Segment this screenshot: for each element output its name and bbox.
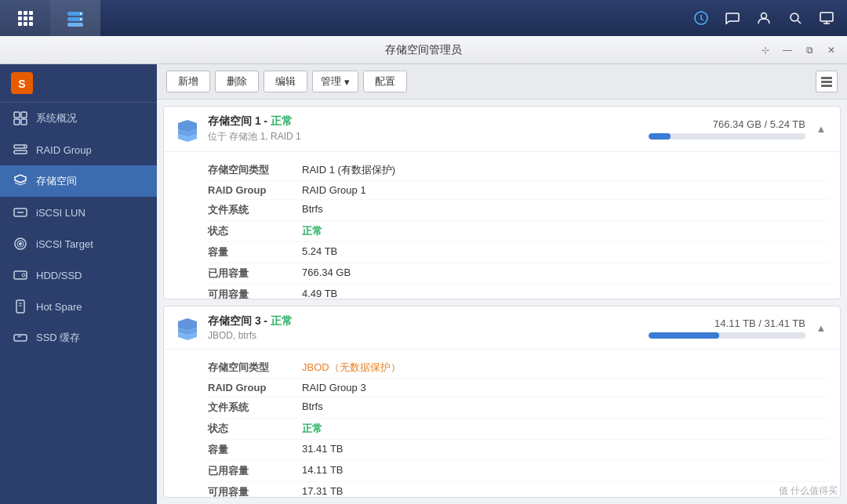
taskbar-app-storage[interactable] bbox=[50, 0, 100, 36]
volume-list: 存储空间 1 - 正常 位于 存储池 1, RAID 1 766.34 GB /… bbox=[157, 100, 847, 504]
detail-label-fs-3: 文件系统 bbox=[208, 401, 302, 415]
svg-rect-34 bbox=[821, 85, 832, 87]
display-icon-btn[interactable] bbox=[812, 4, 841, 32]
sidebar-item-hdd-ssd-label: HDD/SSD bbox=[36, 270, 82, 281]
detail-value-fs-3: Btrfs bbox=[302, 401, 323, 415]
sidebar-item-iscsi-lun[interactable]: iSCSI LUN bbox=[0, 197, 157, 228]
svg-rect-31 bbox=[14, 335, 27, 341]
svg-rect-19 bbox=[14, 150, 27, 154]
sidebar-item-ssd-cache[interactable]: SSD 缓存 bbox=[0, 322, 157, 354]
manage-dropdown[interactable]: 管理 ▾ bbox=[312, 71, 358, 92]
detail-label-avail-1: 可用容量 bbox=[208, 288, 302, 299]
user-icon-btn[interactable] bbox=[750, 4, 778, 32]
volume-1-usage-fill bbox=[649, 133, 671, 140]
svg-point-20 bbox=[24, 146, 25, 147]
volume-3-usage-fill bbox=[649, 332, 719, 339]
detail-value-fs-1: Btrfs bbox=[302, 203, 323, 217]
detail-row-status-3: 状态 正常 bbox=[208, 419, 829, 440]
watermark: 值 什么值得买 bbox=[779, 484, 838, 498]
window-pin[interactable]: ⊹ bbox=[756, 41, 775, 60]
sidebar-item-raid-group[interactable]: RAID Group bbox=[0, 134, 157, 165]
svg-point-7 bbox=[791, 13, 798, 21]
svg-point-3 bbox=[80, 13, 82, 14]
sidebar: S 系统概况 RAID Group bbox=[0, 64, 157, 504]
svg-rect-32 bbox=[821, 77, 832, 79]
detail-row-type-1: 存储空间类型 RAID 1 (有数据保护) bbox=[208, 160, 829, 181]
volume-3-collapse-btn[interactable]: ▲ bbox=[813, 320, 829, 335]
detail-label-used-1: 已用容量 bbox=[208, 267, 302, 281]
detail-row-raid-1: RAID Group RAID Group 1 bbox=[208, 181, 829, 200]
svg-point-6 bbox=[762, 13, 767, 19]
sidebar-item-storage-label: 存储空间 bbox=[36, 174, 77, 188]
detail-row-capacity-3: 容量 31.41 TB bbox=[208, 440, 829, 461]
detail-value-capacity-3: 31.41 TB bbox=[302, 443, 344, 457]
detail-row-raid-3: RAID Group RAID Group 3 bbox=[208, 379, 829, 397]
window-restore[interactable]: ⧉ bbox=[800, 41, 819, 60]
volume-3-title-area: 存储空间 3 - 正常 JBOD, btrfs bbox=[208, 314, 649, 341]
svg-rect-33 bbox=[821, 81, 832, 83]
sidebar-item-overview[interactable]: 系统概况 bbox=[0, 103, 157, 134]
volume-3-usage-bar bbox=[649, 332, 805, 339]
svg-rect-15 bbox=[21, 112, 27, 118]
svg-rect-28 bbox=[16, 300, 24, 313]
svg-rect-9 bbox=[820, 13, 833, 21]
detail-row-fs-3: 文件系统 Btrfs bbox=[208, 397, 829, 419]
detail-value-status-1: 正常 bbox=[302, 224, 322, 238]
detail-label-status-3: 状态 bbox=[208, 422, 302, 436]
detail-label-type-1: 存储空间类型 bbox=[208, 163, 302, 177]
svg-text:S: S bbox=[18, 78, 25, 90]
sidebar-item-hot-spare[interactable]: Hot Spare bbox=[0, 291, 157, 322]
view-toggle-button[interactable] bbox=[816, 71, 838, 92]
detail-value-status-3: 正常 bbox=[302, 422, 322, 436]
detail-row-used-3: 已用容量 14.11 TB bbox=[208, 461, 829, 482]
sidebar-item-iscsi-target[interactable]: iSCSI Target bbox=[0, 228, 157, 259]
new-button[interactable]: 新增 bbox=[166, 71, 210, 92]
manage-label: 管理 bbox=[321, 74, 341, 89]
window-title: 存储空间管理员 bbox=[385, 43, 462, 57]
sidebar-item-hdd-ssd[interactable]: HDD/SSD bbox=[0, 259, 157, 291]
volume-3-usage-text: 14.11 TB / 31.41 TB bbox=[649, 317, 805, 329]
volume-1-collapse-btn[interactable]: ▲ bbox=[813, 121, 829, 137]
window-minimize[interactable]: — bbox=[778, 41, 797, 60]
content-area: 新增 删除 编辑 管理 ▾ 配置 bbox=[157, 64, 847, 504]
volume-3-name: 存储空间 3 - 正常 bbox=[208, 314, 649, 328]
svg-rect-2 bbox=[67, 23, 83, 27]
volume-card-1: 存储空间 1 - 正常 位于 存储池 1, RAID 1 766.34 GB /… bbox=[163, 106, 841, 299]
overview-icon bbox=[13, 111, 28, 126]
svg-rect-14 bbox=[14, 112, 20, 118]
volume-1-subtitle: 位于 存储池 1, RAID 1 bbox=[208, 130, 649, 143]
detail-value-used-1: 766.34 GB bbox=[302, 267, 351, 281]
delete-button[interactable]: 删除 bbox=[215, 71, 259, 92]
detail-label-raid-3: RAID Group bbox=[208, 382, 302, 393]
ssd-cache-icon bbox=[13, 330, 28, 346]
chat-icon-btn[interactable] bbox=[718, 4, 747, 32]
notification-icon-btn[interactable] bbox=[687, 4, 715, 32]
detail-row-used-1: 已用容量 766.34 GB bbox=[208, 263, 829, 285]
storage-icon bbox=[13, 173, 28, 189]
detail-value-raid-1: RAID Group 1 bbox=[302, 184, 366, 196]
sidebar-item-iscsi-lun-label: iSCSI LUN bbox=[36, 207, 85, 219]
taskbar-app-grid[interactable] bbox=[0, 0, 50, 36]
volume-1-title-area: 存储空间 1 - 正常 位于 存储池 1, RAID 1 bbox=[208, 114, 649, 143]
sidebar-item-hot-spare-label: Hot Spare bbox=[36, 301, 82, 313]
detail-value-avail-1: 4.49 TB bbox=[302, 288, 337, 299]
volume-1-details: 存储空间类型 RAID 1 (有数据保护) RAID Group RAID Gr… bbox=[164, 152, 840, 299]
search-icon-btn[interactable] bbox=[781, 4, 809, 32]
volume-card-3: 存储空间 3 - 正常 JBOD, btrfs 14.11 TB / 31.41… bbox=[163, 306, 841, 498]
volume-1-name-text: 存储空间 1 bbox=[208, 114, 261, 127]
sidebar-item-storage[interactable]: 存储空间 bbox=[0, 165, 157, 197]
detail-value-type-3: JBOD（无数据保护） bbox=[302, 361, 401, 375]
detail-row-fs-1: 文件系统 Btrfs bbox=[208, 200, 829, 221]
svg-point-4 bbox=[80, 18, 82, 20]
config-button[interactable]: 配置 bbox=[363, 71, 407, 92]
detail-value-type-1: RAID 1 (有数据保护) bbox=[302, 163, 395, 177]
sidebar-item-iscsi-target-label: iSCSI Target bbox=[36, 238, 93, 250]
detail-value-capacity-1: 5.24 TB bbox=[302, 245, 337, 259]
edit-button[interactable]: 编辑 bbox=[264, 71, 307, 92]
storage-manager-window: 存储空间管理员 ⊹ — ⧉ ✕ S 系统概况 bbox=[0, 36, 847, 504]
volume-1-name: 存储空间 1 - 正常 bbox=[208, 114, 649, 129]
volume-3-icon bbox=[175, 315, 200, 340]
window-close[interactable]: ✕ bbox=[822, 41, 841, 60]
sidebar-item-overview-label: 系统概况 bbox=[36, 111, 77, 125]
iscsi-lun-icon bbox=[13, 205, 28, 220]
